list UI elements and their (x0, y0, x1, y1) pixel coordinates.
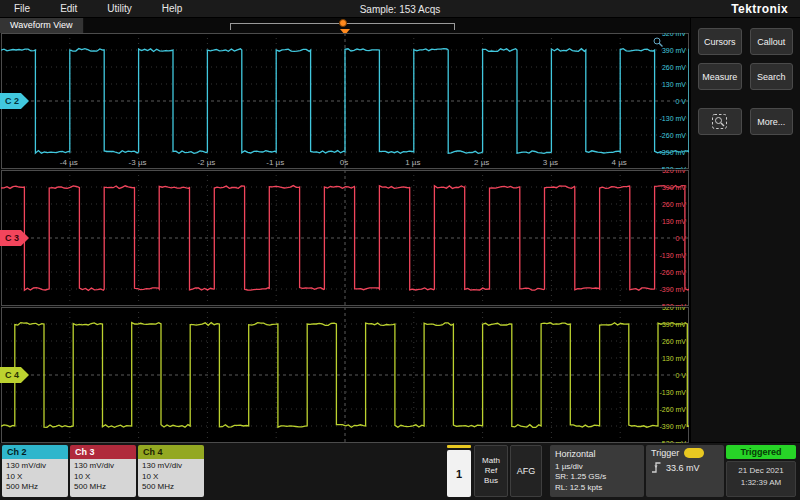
bus-label: Bus (484, 476, 498, 486)
measure-button[interactable]: Measure (698, 63, 742, 90)
horizontal-scale: 1 µs/div (555, 462, 639, 473)
callout-button[interactable]: Callout (750, 28, 794, 55)
scale-label: 520 mV (662, 170, 686, 174)
trigger-source-marker (447, 445, 471, 448)
scale-label: -130 mV (660, 252, 686, 259)
tektronix-logo: Tektronix (731, 2, 788, 16)
math-ref-bus-button[interactable]: Math Ref Bus (474, 445, 508, 497)
time-label: -2 µs (197, 158, 215, 167)
scale-label: 390 mV (662, 321, 686, 328)
ch3-bandwidth: 500 MHz (74, 482, 132, 492)
zoom-mode-button[interactable] (698, 108, 742, 135)
ch4-scale: 130 mV/div (142, 461, 200, 471)
cursors-button[interactable]: Cursors (698, 28, 742, 55)
scale-label: 130 mV (662, 218, 686, 225)
scale-label: -130 mV (660, 389, 686, 396)
scale-label: -390 mV (660, 423, 686, 430)
time-label: 2 µs (474, 158, 489, 167)
right-toolbar: Cursors Callout Measure Search More... (690, 18, 800, 442)
zoom-overview-icon[interactable] (652, 36, 664, 48)
waveform-panel-c4: 520 mV390 mV260 mV130 mV0 V-130 mV-260 m… (0, 307, 690, 443)
trigger-level: 33.6 mV (666, 463, 700, 473)
waveform-tabstrip: Waveform View (0, 18, 690, 33)
time-label: 1 µs (405, 158, 420, 167)
channel-ch4-info: 130 mV/div 10 X 500 MHz (138, 459, 204, 497)
expansion-point-icon[interactable] (339, 19, 347, 27)
channel-ch2-name[interactable]: Ch 2 (2, 445, 68, 459)
scale-label: 130 mV (662, 355, 686, 362)
horizontal-record-length: RL: 12.5 kpts (555, 483, 639, 494)
menu-help[interactable]: Help (162, 3, 183, 14)
scale-label: -260 mV (660, 132, 686, 139)
scale-label: 0 V (675, 372, 686, 379)
time-label: 3 µs (543, 158, 558, 167)
trigger-source-indicator (684, 448, 704, 458)
scale-label: -520 mV (660, 166, 686, 170)
math-label: Math (482, 456, 500, 466)
scale-label: 520 mV (662, 307, 686, 311)
oscilloscope-app: File Edit Utility Help Sample: 153 Acqs … (0, 0, 800, 500)
datetime-display: 21 Dec 2021 1:32:39 AM (726, 461, 796, 497)
time-label: -4 µs (60, 158, 78, 167)
waveform-panel-c2: 520 mV390 mV260 mV130 mV0 V-130 mV-260 m… (0, 33, 690, 169)
scale-label: 0 V (675, 235, 686, 242)
scale-label: -260 mV (660, 406, 686, 413)
acquisition-button-group: 1 (446, 445, 472, 497)
acquisition-1-button[interactable]: 1 (447, 450, 471, 497)
scale-label: -520 mV (660, 440, 686, 444)
trigger-status-badge: Triggered (726, 445, 796, 459)
scale-label: -520 mV (660, 303, 686, 307)
scale-label: 520 mV (662, 33, 686, 37)
scale-label: 260 mV (662, 338, 686, 345)
trigger-panel[interactable]: Trigger 33.6 mV (646, 445, 724, 497)
afg-button[interactable]: AFG (510, 445, 542, 497)
graticule-c3[interactable] (1, 170, 689, 306)
horizontal-panel[interactable]: Horizontal 1 µs/div SR: 1.25 GS/s RL: 12… (550, 445, 644, 497)
waveform-panel-c3: 520 mV390 mV260 mV130 mV0 V-130 mV-260 m… (0, 170, 690, 306)
time-label: -3 µs (129, 158, 147, 167)
time-label: 0s (340, 158, 348, 167)
graticule-c2[interactable] (1, 33, 689, 169)
graticule-c4[interactable] (1, 307, 689, 443)
waveform-column: Waveform View T 520 mV390 mV260 mV130 mV… (0, 18, 690, 442)
time-label: 4 µs (612, 158, 627, 167)
scale-label: -390 mV (660, 149, 686, 156)
status-column: Triggered 21 Dec 2021 1:32:39 AM (726, 445, 796, 497)
ch2-bandwidth: 500 MHz (6, 482, 64, 492)
scale-label: 260 mV (662, 64, 686, 71)
waveform-plots: T 520 mV390 mV260 mV130 mV0 V-130 mV-260… (0, 33, 690, 443)
horizontal-sample-rate: SR: 1.25 GS/s (555, 472, 639, 483)
search-button[interactable]: Search (750, 63, 794, 90)
channel-badge-ch3[interactable]: Ch 3 130 mV/div 10 X 500 MHz (70, 445, 136, 497)
ch3-atten: 10 X (74, 472, 132, 482)
date-text: 21 Dec 2021 (727, 465, 795, 477)
scale-label: 0 V (675, 98, 686, 105)
channel-ch2-info: 130 mV/div 10 X 500 MHz (2, 459, 68, 497)
sample-status: Sample: 153 Acqs (360, 3, 441, 14)
horizontal-title: Horizontal (555, 448, 639, 460)
channel-ch4-name[interactable]: Ch 4 (138, 445, 204, 459)
scale-label: 390 mV (662, 47, 686, 54)
menu-edit[interactable]: Edit (60, 3, 77, 14)
scale-label: 130 mV (662, 81, 686, 88)
menu-items: File Edit Utility Help (0, 3, 182, 14)
ch2-scale: 130 mV/div (6, 461, 64, 471)
menubar: File Edit Utility Help Sample: 153 Acqs … (0, 0, 800, 18)
scale-label: -390 mV (660, 286, 686, 293)
scale-label: -260 mV (660, 269, 686, 276)
channel-badge-ch4[interactable]: Ch 4 130 mV/div 10 X 500 MHz (138, 445, 204, 497)
channel-badge-ch2[interactable]: Ch 2 130 mV/div 10 X 500 MHz (2, 445, 68, 497)
channel-ch3-name[interactable]: Ch 3 (70, 445, 136, 459)
ref-label: Ref (485, 466, 497, 476)
rising-edge-icon (651, 461, 662, 474)
scale-label: 260 mV (662, 201, 686, 208)
scale-label: 390 mV (662, 184, 686, 191)
menu-file[interactable]: File (14, 3, 30, 14)
scale-label: -130 mV (660, 115, 686, 122)
menu-utility[interactable]: Utility (107, 3, 131, 14)
bottom-status-bar: Ch 2 130 mV/div 10 X 500 MHz Ch 3 130 mV… (0, 442, 800, 500)
more-button[interactable]: More... (750, 108, 794, 135)
time-label: -1 µs (266, 158, 284, 167)
ch3-scale: 130 mV/div (74, 461, 132, 471)
waveform-view-tab[interactable]: Waveform View (0, 18, 84, 33)
